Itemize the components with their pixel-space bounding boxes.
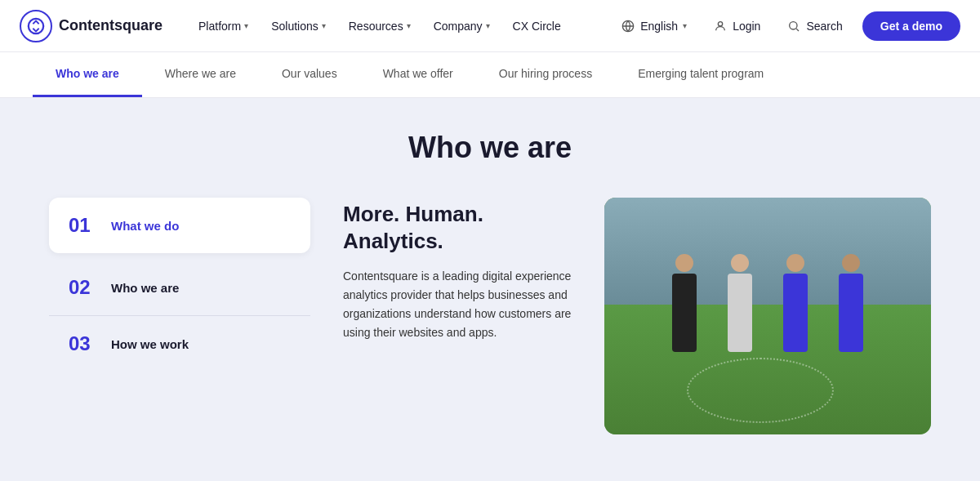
chevron-down-icon: ▾	[322, 21, 326, 30]
subnav-item-emerging-talent[interactable]: Emerging talent program	[615, 52, 786, 97]
nav-item-solutions[interactable]: Solutions ▾	[261, 13, 336, 39]
left-panel: 01 What we do 02 Who we are 03 How we wo…	[49, 198, 310, 372]
list-item-01[interactable]: 01 What we do	[49, 198, 310, 253]
navbar-left: Contentsquare Platform ▾ Solutions ▾ Res…	[20, 10, 571, 42]
language-button[interactable]: English ▾	[614, 14, 693, 38]
subnav: Who we are Where we are Our values What …	[0, 52, 980, 98]
nav-item-platform[interactable]: Platform ▾	[189, 13, 258, 39]
logo[interactable]: Contentsquare	[20, 10, 163, 42]
svg-point-1	[718, 21, 722, 25]
right-panel	[604, 198, 931, 434]
chevron-down-icon: ▾	[683, 21, 687, 30]
globe-icon	[621, 19, 635, 33]
list-item-03[interactable]: 03 How we work	[49, 316, 310, 372]
nav-item-resources[interactable]: Resources ▾	[339, 13, 421, 39]
page-title: Who we are	[49, 131, 931, 165]
photo-scene	[604, 198, 931, 434]
content-body: Contentsquare is a leading digital exper…	[343, 267, 572, 342]
logo-icon	[20, 10, 52, 42]
person-2	[715, 254, 764, 352]
content-headline: More. Human. Analytics.	[343, 201, 572, 254]
get-demo-button[interactable]: Get a demo	[862, 11, 960, 41]
search-icon	[786, 19, 801, 33]
flower-circle	[687, 358, 834, 423]
list-item-02[interactable]: 02 Who we are	[49, 260, 310, 316]
person-3	[771, 254, 820, 352]
people-group	[660, 254, 875, 352]
nav-item-cx-circle[interactable]: CX Circle	[503, 13, 571, 39]
navbar: Contentsquare Platform ▾ Solutions ▾ Res…	[0, 0, 980, 52]
main-content: Who we are 01 What we do 02 Who we are 0…	[0, 98, 980, 481]
chevron-down-icon: ▾	[486, 21, 490, 30]
svg-line-3	[796, 29, 799, 31]
subnav-item-what-we-offer[interactable]: What we offer	[360, 52, 476, 97]
subnav-item-who-we-are[interactable]: Who we are	[33, 52, 142, 97]
svg-point-2	[790, 21, 797, 29]
person-1	[660, 254, 709, 352]
chevron-down-icon: ▾	[407, 21, 411, 30]
search-button[interactable]: Search	[780, 14, 849, 38]
person-4	[826, 254, 875, 352]
login-button[interactable]: Login	[706, 14, 767, 38]
content-area: 01 What we do 02 Who we are 03 How we wo…	[49, 198, 931, 434]
subnav-item-our-values[interactable]: Our values	[259, 52, 360, 97]
nav-items: Platform ▾ Solutions ▾ Resources ▾ Compa…	[189, 13, 571, 39]
user-icon	[713, 19, 728, 33]
team-photo	[604, 198, 931, 434]
subnav-item-where-we-are[interactable]: Where we are	[142, 52, 259, 97]
subnav-item-hiring-process[interactable]: Our hiring process	[476, 52, 615, 97]
navbar-right: English ▾ Login Search Get a demo	[614, 11, 960, 41]
center-panel: More. Human. Analytics. Contentsquare is…	[343, 198, 572, 342]
nav-item-company[interactable]: Company ▾	[424, 13, 500, 39]
chevron-down-icon: ▾	[244, 21, 248, 30]
logo-text: Contentsquare	[59, 17, 163, 34]
